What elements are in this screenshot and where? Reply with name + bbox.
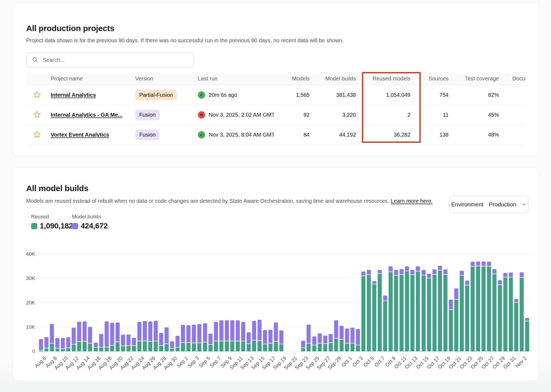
chart-bar[interactable]: [258, 320, 262, 351]
chart-bar[interactable]: [416, 266, 420, 351]
chart-bar[interactable]: [165, 327, 169, 351]
chart-bar[interactable]: [154, 321, 158, 351]
chart-bar[interactable]: [94, 343, 98, 351]
chart-bar[interactable]: [159, 333, 163, 351]
chart-bar[interactable]: [110, 323, 114, 351]
chart-bar[interactable]: [465, 281, 469, 351]
chart-bar[interactable]: [132, 338, 136, 351]
chart-bar[interactable]: [143, 321, 147, 351]
chart-bar[interactable]: [383, 295, 387, 351]
chart-bar[interactable]: [301, 341, 305, 351]
chart-bar[interactable]: [44, 337, 49, 351]
chart-bar[interactable]: [121, 335, 125, 351]
chart-bar[interactable]: [394, 270, 398, 351]
favorite-star-icon[interactable]: [32, 110, 42, 119]
chart-bar[interactable]: [427, 274, 431, 351]
chart-bar[interactable]: [181, 325, 185, 351]
chart-bar[interactable]: [236, 320, 240, 351]
chart-bar[interactable]: [318, 333, 322, 351]
chart-bar[interactable]: [148, 321, 152, 351]
chart-bar[interactable]: [378, 270, 382, 351]
chart-bar[interactable]: [274, 322, 278, 351]
chart-bar[interactable]: [116, 322, 120, 351]
chart-bar[interactable]: [399, 269, 404, 351]
chart-bar[interactable]: [208, 334, 213, 351]
chart-bar[interactable]: [66, 337, 70, 351]
chart-bar[interactable]: [367, 270, 371, 351]
chart-bar[interactable]: [356, 329, 360, 351]
bar-segment-reused: [39, 351, 43, 351]
chart-bar[interactable]: [350, 328, 355, 351]
chart-bar[interactable]: [509, 273, 513, 351]
chart-bar[interactable]: [279, 330, 283, 351]
chart-bar[interactable]: [525, 318, 529, 351]
project-name-link[interactable]: Internal Analytics - GA Me...: [51, 112, 122, 118]
chart-bar[interactable]: [268, 330, 273, 351]
project-name-link[interactable]: Internal Analytics: [51, 92, 96, 98]
chart-bar[interactable]: [126, 334, 131, 351]
chart-bar[interactable]: [345, 328, 349, 351]
chart-bar[interactable]: [520, 272, 524, 351]
chart-bar[interactable]: [410, 270, 414, 351]
chart-bar[interactable]: [170, 341, 174, 351]
chart-bar[interactable]: [55, 338, 59, 351]
chart-bar[interactable]: [487, 262, 491, 351]
favorite-star-icon[interactable]: [32, 130, 42, 139]
chart-bar[interactable]: [454, 288, 458, 351]
chart-bar[interactable]: [61, 338, 65, 351]
chart-bar[interactable]: [329, 334, 333, 351]
chart-bar[interactable]: [175, 336, 180, 351]
chart-bar[interactable]: [471, 262, 475, 351]
chart-bar[interactable]: [203, 323, 207, 351]
chart-bar[interactable]: [498, 280, 502, 351]
learn-more-link[interactable]: Learn more here.: [391, 198, 432, 204]
chart-bar[interactable]: [99, 334, 103, 351]
chart-bar[interactable]: [219, 320, 223, 351]
environment-dropdown[interactable]: Environment Production: [449, 196, 528, 213]
chart-bar[interactable]: [225, 320, 229, 351]
chart-bar[interactable]: [214, 322, 218, 351]
chart-bar[interactable]: [312, 336, 316, 351]
chart-bar[interactable]: [340, 326, 344, 351]
favorite-star-icon[interactable]: [32, 90, 42, 99]
bar-segment-model-builds: [520, 272, 524, 278]
chart-bar[interactable]: [88, 327, 92, 351]
chart-bar[interactable]: [247, 332, 251, 351]
chart-bar[interactable]: [372, 281, 376, 351]
chart-bar[interactable]: [503, 273, 507, 351]
chart-bar[interactable]: [443, 269, 447, 351]
chart-bar[interactable]: [137, 322, 141, 351]
chart-bar[interactable]: [39, 339, 43, 351]
chart-bar[interactable]: [307, 325, 311, 351]
chart-bar[interactable]: [432, 269, 437, 351]
chart-bar[interactable]: [197, 324, 201, 351]
chart-bar[interactable]: [72, 328, 76, 351]
chart-bar[interactable]: [476, 261, 480, 351]
chart-bar[interactable]: [83, 321, 87, 351]
chart-bar[interactable]: [438, 266, 442, 351]
chart-bar[interactable]: [50, 324, 54, 351]
chart-bar[interactable]: [482, 261, 486, 351]
project-name-link[interactable]: Vortex Event Analytics: [51, 132, 109, 138]
chart-bar[interactable]: [230, 320, 234, 351]
bar-segment-model-builds: [509, 273, 513, 278]
chart-bar[interactable]: [460, 271, 464, 351]
chart-bar[interactable]: [492, 269, 496, 351]
x-tick-label: Sep 5: [197, 355, 211, 369]
chart-bar[interactable]: [389, 266, 393, 351]
chart-bar[interactable]: [77, 322, 81, 351]
chart-bar[interactable]: [252, 321, 256, 351]
chart-bar[interactable]: [323, 336, 327, 351]
search-input[interactable]: [38, 57, 180, 63]
chart-bar[interactable]: [514, 299, 518, 351]
chart-bar[interactable]: [449, 300, 453, 351]
chart-bar[interactable]: [361, 272, 365, 351]
chart-bar[interactable]: [334, 320, 338, 351]
chart-bar[interactable]: [105, 321, 109, 351]
chart-bar[interactable]: [241, 322, 245, 351]
chart-bar[interactable]: [405, 266, 409, 351]
chart-bar[interactable]: [422, 270, 426, 351]
chart-bar[interactable]: [192, 325, 196, 351]
chart-bar[interactable]: [186, 325, 190, 351]
chart-bar[interactable]: [263, 330, 267, 351]
